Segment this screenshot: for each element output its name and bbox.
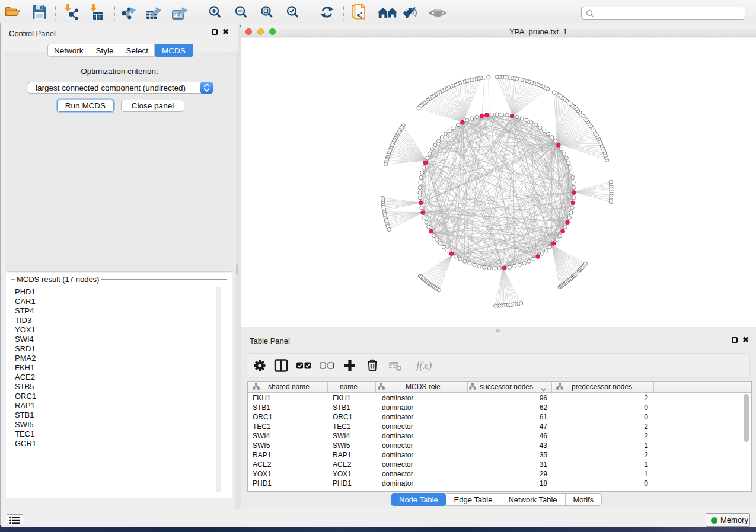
svg-text:f(x): f(x): [416, 359, 432, 372]
